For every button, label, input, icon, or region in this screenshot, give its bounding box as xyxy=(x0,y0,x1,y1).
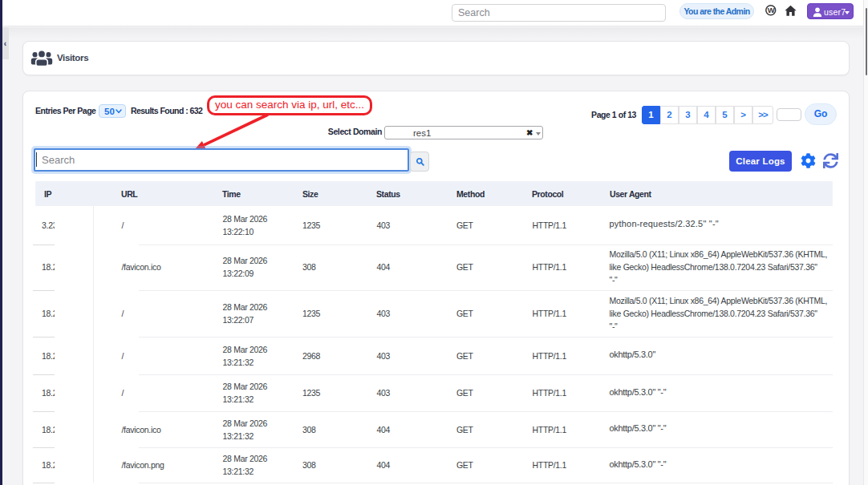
svg-text:W: W xyxy=(768,6,775,14)
